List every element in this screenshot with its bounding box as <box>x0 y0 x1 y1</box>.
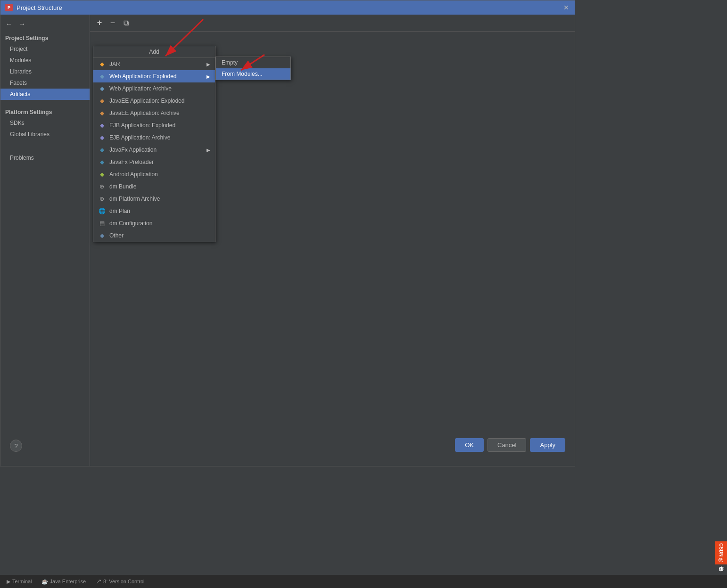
menu-item-web-app-archive[interactable]: ◆ Web Application: Archive <box>93 82 215 95</box>
ejb-archive-icon: ◆ <box>98 134 106 141</box>
sidebar-divider-2 <box>0 142 90 143</box>
android-icon: ◆ <box>98 171 106 178</box>
app-icon: P <box>5 4 13 11</box>
title-bar: P Project Structure ✕ <box>0 0 575 15</box>
sub-menu-item-from-modules[interactable]: From Modules... <box>216 68 290 80</box>
menu-item-jar[interactable]: ◆ JAR ▶ <box>93 58 215 70</box>
dm-plan-icon: 🌐 <box>98 207 106 215</box>
sidebar: ← → Project Settings Project Modules Lib… <box>0 15 90 466</box>
java-enterprise-icon: ☕ <box>41 579 48 585</box>
menu-item-javafx-preloader[interactable]: ◆ JavaFx Preloader <box>93 156 215 168</box>
platform-settings-label: Platform Settings <box>0 105 90 117</box>
javafx-icon: ◆ <box>98 146 106 154</box>
submenu-arrow-web: ▶ <box>207 74 210 79</box>
sidebar-item-libraries[interactable]: Libraries <box>0 66 90 77</box>
jar-icon: ◆ <box>98 60 106 68</box>
sidebar-item-project[interactable]: Project <box>0 43 90 55</box>
menu-item-javaee-exploded[interactable]: ◆ JavaEE Application: Exploded <box>93 95 215 107</box>
project-structure-dialog: P Project Structure ✕ ← → Project Settin… <box>0 0 575 466</box>
taskbar-item-terminal[interactable]: ▶ Terminal <box>4 575 35 588</box>
add-dropdown-menu: Add ◆ JAR ▶ ◆ Web Application: Exploded … <box>93 46 215 242</box>
remove-button[interactable]: − <box>107 18 118 28</box>
menu-item-other[interactable]: ◆ Other <box>93 229 215 242</box>
ok-button[interactable]: OK <box>455 438 484 452</box>
copy-button[interactable]: ⧉ <box>120 18 132 28</box>
menu-item-dm-configuration[interactable]: ▤ dm Configuration <box>93 217 215 229</box>
sidebar-item-artifacts[interactable]: Artifacts <box>0 89 90 100</box>
taskbar-item-version-control[interactable]: ⎇ 8: Version Control <box>92 575 147 588</box>
ejb-exploded-icon: ◆ <box>98 122 106 129</box>
terminal-icon: ▶ <box>7 579 10 585</box>
submenu-arrow-javafx: ▶ <box>207 147 210 153</box>
csdn-watermark: CSDN @李白 <box>715 541 727 564</box>
dm-platform-archive-icon: ⊕ <box>98 195 106 203</box>
sub-menu-item-empty[interactable]: Empty <box>216 57 290 68</box>
dm-config-icon: ▤ <box>98 220 106 227</box>
sidebar-item-modules[interactable]: Modules <box>0 55 90 66</box>
taskbar-item-java-enterprise[interactable]: ☕ Java Enterprise <box>39 575 89 588</box>
sidebar-divider <box>0 102 90 103</box>
sidebar-item-facets[interactable]: Facets <box>0 77 90 89</box>
project-settings-label: Project Settings <box>0 31 90 43</box>
nav-toolbar: ← → <box>0 17 86 31</box>
main-toolbar: + − ⧉ <box>90 15 575 32</box>
sub-menu: Empty From Modules... <box>215 57 291 80</box>
menu-item-javaee-archive[interactable]: ◆ JavaEE Application: Archive <box>93 107 215 119</box>
other-icon: ◆ <box>98 232 106 239</box>
web-archive-icon: ◆ <box>98 85 106 92</box>
title-bar-left: P Project Structure <box>5 4 62 11</box>
close-button[interactable]: ✕ <box>562 4 570 11</box>
add-menu-header: Add <box>93 46 215 58</box>
dm-bundle-icon: ⊕ <box>98 183 106 190</box>
menu-item-web-app-exploded[interactable]: ◆ Web Application: Exploded ▶ <box>93 70 215 82</box>
add-button[interactable]: + <box>94 18 105 28</box>
apply-button[interactable]: Apply <box>530 438 565 452</box>
menu-item-dm-plan[interactable]: 🌐 dm Plan <box>93 205 215 217</box>
menu-item-dm-bundle[interactable]: ⊕ dm Bundle <box>93 180 215 193</box>
javafx-preloader-icon: ◆ <box>98 158 106 166</box>
bottom-buttons: OK Cancel Apply <box>455 438 565 452</box>
menu-item-ejb-exploded[interactable]: ◆ EJB Application: Exploded <box>93 119 215 131</box>
menu-item-ejb-archive[interactable]: ◆ EJB Application: Archive <box>93 131 215 144</box>
window-title: Project Structure <box>17 4 62 11</box>
sidebar-item-global-libraries[interactable]: Global Libraries <box>0 129 90 140</box>
forward-button[interactable]: → <box>17 19 28 29</box>
help-button[interactable]: ? <box>10 440 22 452</box>
menu-item-android[interactable]: ◆ Android Application <box>93 168 215 180</box>
sidebar-item-sdks[interactable]: SDKs <box>0 117 90 129</box>
sidebar-item-problems[interactable]: Problems <box>0 152 90 163</box>
javaee-archive-icon: ◆ <box>98 109 106 117</box>
version-control-icon: ⎇ <box>95 579 101 585</box>
back-button[interactable]: ← <box>3 19 15 29</box>
menu-item-javafx[interactable]: ◆ JavaFx Application ▶ <box>93 144 215 156</box>
taskbar: ▶ Terminal ☕ Java Enterprise ⎇ 8: Versio… <box>0 575 727 588</box>
submenu-arrow-jar: ▶ <box>207 62 210 67</box>
javaee-exploded-icon: ◆ <box>98 97 106 105</box>
web-exploded-icon: ◆ <box>98 73 106 80</box>
dialog-body: ← → Project Settings Project Modules Lib… <box>0 15 575 466</box>
cancel-button[interactable]: Cancel <box>487 438 526 452</box>
menu-item-dm-platform-archive[interactable]: ⊕ dm Platform Archive <box>93 193 215 205</box>
